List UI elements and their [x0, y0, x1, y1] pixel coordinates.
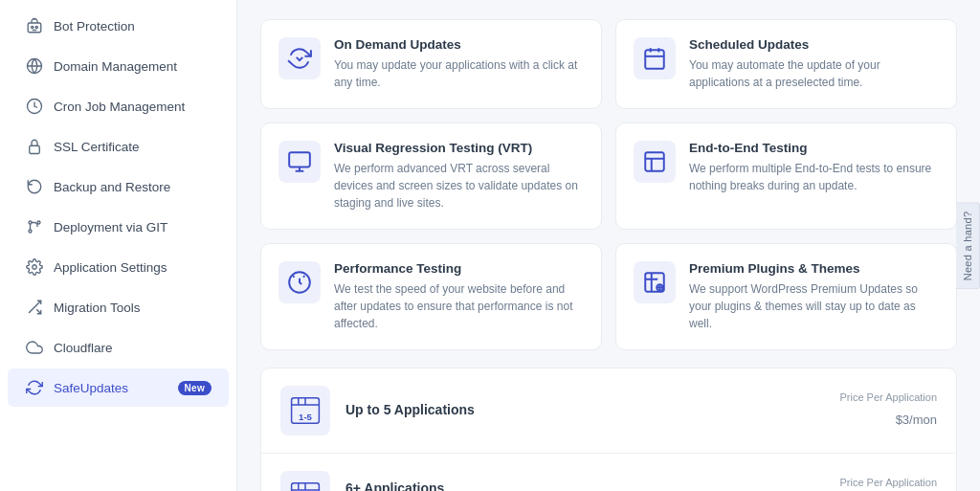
pricing-text-6-plus: 6+ Applications Save an extra $1 when yo…: [345, 480, 825, 492]
on-demand-updates-content: On Demand Updates You may update your ap…: [334, 37, 584, 91]
svg-point-8: [37, 221, 40, 224]
per-app-label-up-to-5: Price Per Application: [840, 391, 938, 403]
git-icon: [25, 217, 44, 236]
premium-plugins-content: Premium Plugins & Themes We support Word…: [689, 261, 939, 332]
sidebar-item-backup-and-restore[interactable]: Backup and Restore: [8, 167, 229, 206]
pricing-amount-6-plus: Price Per Application $2/mon: [840, 477, 938, 491]
pricing-icon-up-to-5: 1-5: [280, 386, 330, 435]
svg-rect-23: [645, 273, 664, 292]
premium-plugins-title: Premium Plugins & Themes: [689, 261, 939, 276]
performance-testing-icon: [278, 261, 321, 303]
feature-card-e2e: End-to-End Testing We perform multiple E…: [615, 123, 957, 230]
main-content: On Demand Updates You may update your ap…: [237, 0, 980, 491]
vrt-title: Visual Regression Testing (VRT): [334, 141, 584, 155]
svg-point-2: [35, 26, 37, 28]
performance-testing-description: We test the speed of your website before…: [334, 280, 584, 332]
migration-icon: [25, 298, 44, 317]
scheduled-updates-content: Scheduled Updates You may automate the u…: [689, 37, 939, 91]
e2e-title: End-to-End Testing: [689, 141, 939, 155]
feature-card-performance-testing: Performance Testing We test the speed of…: [260, 243, 602, 350]
vrt-content: Visual Regression Testing (VRT) We perfo…: [334, 141, 584, 212]
on-demand-updates-description: You may update your applications with a …: [334, 56, 584, 91]
pricing-icon-6-plus: 6: [280, 471, 330, 491]
performance-testing-content: Performance Testing We test the speed of…: [334, 261, 584, 332]
on-demand-updates-icon: [278, 37, 321, 79]
sidebar: Bot Protection Domain Management Cron Jo…: [0, 0, 237, 491]
sidebar-item-bot-protection-label: Bot Protection: [54, 19, 212, 33]
per-app-label-6-plus: Price Per Application: [840, 477, 938, 488]
pricing-title-6-plus: 6+ Applications: [345, 480, 825, 492]
sidebar-item-backup-and-restore-label: Backup and Restore: [54, 180, 212, 194]
sidebar-item-bot-protection[interactable]: Bot Protection: [8, 7, 229, 45]
pricing-row-6-plus: 6 6+ Applications Save an extra $1 when …: [261, 454, 956, 491]
robot-icon: [25, 16, 44, 35]
need-hand-wrapper: Need a hand?: [956, 202, 980, 289]
feature-card-vrt: Visual Regression Testing (VRT) We perfo…: [260, 123, 602, 230]
e2e-content: End-to-End Testing We perform multiple E…: [689, 141, 939, 194]
sidebar-item-deployment-via-git-label: Deployment via GIT: [54, 220, 212, 234]
scheduled-updates-title: Scheduled Updates: [689, 37, 939, 52]
e2e-description: We perform multiple End-to-End tests to …: [689, 160, 939, 194]
sidebar-item-application-settings[interactable]: Application Settings: [8, 248, 229, 286]
pricing-row-up-to-5: 1-5 Up to 5 Applications Price Per Appli…: [261, 368, 956, 454]
sidebar-item-safe-updates-label: SafeUpdates: [54, 381, 168, 395]
sidebar-item-cloudflare-label: Cloudflare: [54, 341, 212, 355]
scheduled-updates-description: You may automate the update of your appl…: [689, 56, 939, 91]
feature-card-on-demand-updates: On Demand Updates You may update your ap…: [260, 19, 602, 109]
per-mon-up-to-5: /mon: [909, 413, 937, 427]
feature-card-scheduled-updates: Scheduled Updates You may automate the u…: [615, 19, 957, 109]
cloud-icon: [25, 338, 44, 357]
gear-icon: [25, 257, 44, 277]
svg-rect-19: [645, 152, 664, 171]
lock-icon: [25, 137, 44, 156]
sidebar-item-migration-tools-label: Migration Tools: [54, 301, 212, 315]
scheduled-updates-icon: [634, 37, 676, 79]
sync-icon: [25, 378, 44, 397]
sidebar-item-migration-tools[interactable]: Migration Tools: [8, 288, 229, 326]
vrt-icon: [278, 141, 321, 183]
new-badge: New: [178, 381, 212, 395]
svg-point-1: [32, 26, 33, 28]
sidebar-item-application-settings-label: Application Settings: [54, 260, 212, 275]
pricing-text-up-to-5: Up to 5 Applications: [345, 402, 825, 420]
feature-cards-grid: On Demand Updates You may update your ap…: [260, 19, 957, 350]
premium-plugins-description: We support WordPress Premium Updates so …: [689, 280, 939, 332]
svg-rect-16: [289, 152, 310, 167]
svg-rect-12: [645, 50, 664, 69]
svg-point-7: [29, 230, 32, 233]
sidebar-item-ssl-certificate-label: SSL Certificate: [54, 140, 212, 154]
need-hand-tab[interactable]: Need a hand?: [956, 202, 980, 289]
pricing-amount-up-to-5: Price Per Application $3/mon: [840, 391, 938, 430]
price-up-to-5: $3/mon: [840, 405, 938, 430]
performance-testing-title: Performance Testing: [334, 261, 584, 276]
svg-text:1-5: 1-5: [299, 412, 313, 422]
sidebar-item-safe-updates[interactable]: SafeUpdates New: [8, 368, 229, 407]
svg-rect-5: [30, 145, 40, 153]
backup-icon: [25, 177, 44, 196]
pricing-section: 1-5 Up to 5 Applications Price Per Appli…: [260, 368, 957, 491]
svg-point-9: [33, 265, 37, 270]
svg-point-6: [29, 221, 32, 224]
sidebar-item-deployment-via-git[interactable]: Deployment via GIT: [8, 208, 229, 246]
clock-icon: [25, 97, 44, 116]
sidebar-item-domain-management[interactable]: Domain Management: [8, 47, 229, 85]
svg-rect-0: [28, 23, 41, 33]
vrt-description: We perform advanced VRT across several d…: [334, 160, 584, 212]
sidebar-item-ssl-certificate[interactable]: SSL Certificate: [8, 127, 229, 166]
globe-icon: [25, 56, 44, 76]
sidebar-item-cron-job-management[interactable]: Cron Job Management: [8, 87, 229, 125]
sidebar-item-cloudflare[interactable]: Cloudflare: [8, 328, 229, 367]
premium-plugins-icon: [634, 261, 676, 303]
pricing-title-up-to-5: Up to 5 Applications: [345, 402, 825, 417]
sidebar-item-cron-job-management-label: Cron Job Management: [54, 100, 212, 114]
e2e-icon: [634, 141, 676, 183]
sidebar-item-domain-management-label: Domain Management: [54, 59, 212, 74]
feature-card-premium-plugins: Premium Plugins & Themes We support Word…: [615, 243, 957, 350]
on-demand-updates-title: On Demand Updates: [334, 37, 584, 52]
